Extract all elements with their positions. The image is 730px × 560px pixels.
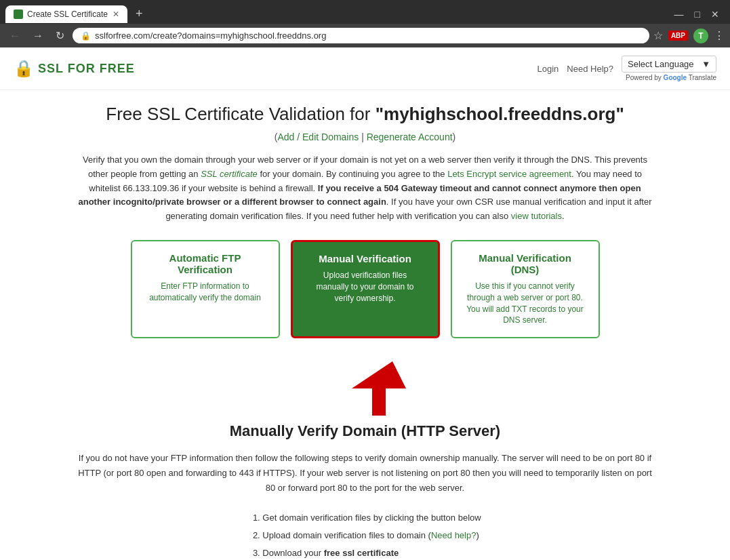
ftp-card-desc: Enter FTP information to automatically v…: [146, 281, 265, 304]
need-help-link[interactable]: Need help?: [431, 530, 476, 540]
red-arrow-up-icon: [325, 355, 406, 416]
step-2: Upload domain verification files to doma…: [262, 527, 481, 544]
add-edit-link[interactable]: Add / Edit Domains: [277, 132, 359, 142]
ssl-certificate-link[interactable]: SSL certificate: [201, 169, 258, 179]
regenerate-link[interactable]: Regenerate Account: [367, 132, 453, 142]
close-window-button[interactable]: ✕: [711, 9, 719, 20]
step-3: Download your free ssl certificate: [262, 544, 481, 560]
new-tab-button[interactable]: +: [130, 4, 148, 24]
svg-marker-0: [352, 361, 406, 416]
step-3-bold: free ssl certificate: [324, 548, 399, 558]
lock-icon: 🔒: [81, 31, 91, 41]
tab-favicon: [14, 9, 23, 19]
main-content: Free SSL Certificate Validation for "myh…: [60, 90, 670, 560]
browser-tab[interactable]: Create SSL Certificate ✕: [5, 5, 127, 23]
page-title: Free SSL Certificate Validation for "myh…: [74, 104, 657, 125]
logo-text: SSL FOR FREE: [38, 62, 135, 76]
browser-toolbar: ← → ↻ 🔒 sslforfree.com/create?domains=my…: [0, 24, 730, 47]
powered-by-prefix: Powered by: [626, 74, 662, 81]
section-heading: Manually Verify Domain (HTTP Server): [74, 422, 657, 440]
bookmark-icon[interactable]: ☆: [653, 29, 663, 42]
chevron-down-icon: ▼: [702, 59, 710, 69]
browser-titlebar: Create SSL Certificate ✕ + — □ ✕: [0, 0, 730, 24]
url-text: sslforfree.com/create?domains=myhighscho…: [95, 31, 326, 41]
step-1: Get domain verification files by clickin…: [262, 509, 481, 527]
language-label: Select Language: [628, 59, 694, 69]
tab-title: Create SSL Certificate: [27, 9, 108, 19]
reload-button[interactable]: ↻: [52, 28, 68, 43]
description-text: Verify that you own the domain through y…: [74, 153, 657, 224]
menu-button[interactable]: ⋮: [714, 29, 725, 42]
browser-chrome: Create SSL Certificate ✕ + — □ ✕ ← → ↻ 🔒…: [0, 0, 730, 47]
translate-text: Translate: [689, 74, 716, 81]
logo-area: 🔒 SSL FOR FREE: [14, 59, 135, 78]
automatic-ftp-card[interactable]: Automatic FTP Verification Enter FTP inf…: [131, 240, 280, 338]
manual-verification-card[interactable]: Manual Verification Upload verification …: [291, 240, 440, 338]
forward-button[interactable]: →: [28, 28, 47, 43]
back-button[interactable]: ←: [5, 28, 24, 43]
google-text: Google: [664, 74, 687, 81]
login-link[interactable]: Login: [538, 64, 559, 74]
help-link[interactable]: Need Help?: [567, 64, 613, 74]
ftp-card-title: Automatic FTP Verification: [146, 252, 265, 275]
instruction-text: If you do not have your FTP information …: [74, 451, 657, 496]
desc-part2: for your domain. By continuing you agree…: [258, 169, 447, 179]
dns-card-title: Manual Verification (DNS): [466, 252, 585, 275]
subdomain-suffix: ): [453, 132, 456, 142]
address-bar[interactable]: 🔒 sslforfree.com/create?domains=myhighsc…: [73, 28, 649, 43]
page-title-prefix: Free SSL Certificate Validation for: [106, 104, 375, 124]
language-selector[interactable]: Select Language ▼: [622, 56, 716, 73]
profile-button[interactable]: T: [693, 28, 708, 43]
domain-name: "myhighschool.freeddns.org": [376, 104, 624, 124]
manual-card-title: Manual Verification: [306, 253, 424, 264]
site-header: 🔒 SSL FOR FREE Login Need Help? Select L…: [0, 47, 730, 90]
manual-dns-card[interactable]: Manual Verification (DNS) Use this if yo…: [451, 240, 600, 338]
view-tutorials-link[interactable]: view tutorials: [511, 211, 562, 221]
language-selector-wrapper: Select Language ▼ Powered by Google Tran…: [622, 56, 716, 81]
abp-button[interactable]: ABP: [668, 31, 688, 41]
dns-card-desc: Use this if you cannot verify through a …: [466, 281, 585, 326]
window-controls: — □ ✕: [674, 9, 725, 20]
logo-lock-icon: 🔒: [14, 59, 33, 78]
arrow-up-container: [74, 355, 657, 416]
maximize-button[interactable]: □: [695, 9, 700, 20]
steps-list: Get domain verification files by clickin…: [249, 509, 481, 560]
subdomain-separator: |: [359, 132, 366, 142]
page-content: 🔒 SSL FOR FREE Login Need Help? Select L…: [0, 47, 730, 560]
tab-close-button[interactable]: ✕: [113, 9, 119, 19]
toolbar-icons: ☆ ABP T ⋮: [653, 28, 725, 43]
header-right: Login Need Help? Select Language ▼ Power…: [538, 56, 716, 81]
verification-cards: Automatic FTP Verification Enter FTP inf…: [74, 240, 657, 338]
minimize-button[interactable]: —: [674, 9, 684, 20]
manual-card-desc: Upload verification files manually to yo…: [306, 270, 424, 304]
desc-part5: .: [562, 211, 565, 221]
subdomain-links: (Add / Edit Domains | Regenerate Account…: [74, 132, 657, 142]
powered-by: Powered by Google Translate: [626, 74, 716, 81]
lets-encrypt-link[interactable]: Lets Encrypt service agreement: [447, 169, 571, 179]
